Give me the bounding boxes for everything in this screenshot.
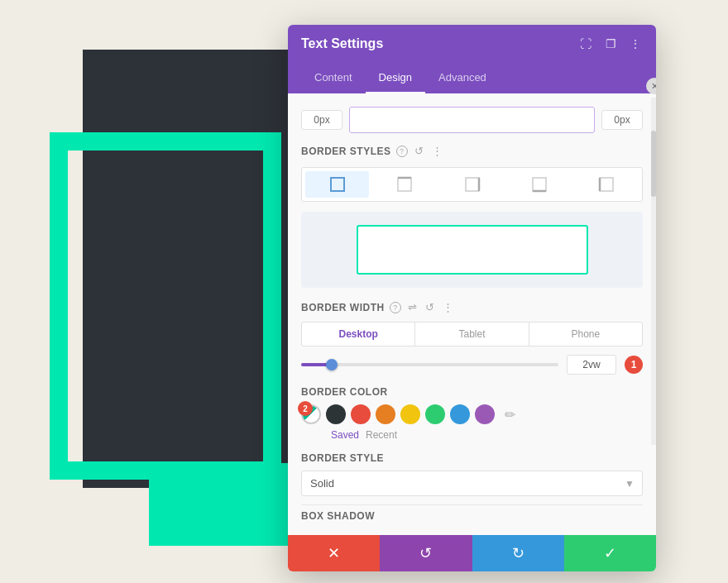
border-top-btn[interactable] bbox=[372, 171, 436, 198]
tab-content[interactable]: Content bbox=[301, 63, 366, 93]
color-swatch-green[interactable] bbox=[425, 404, 445, 424]
svg-rect-7 bbox=[600, 178, 613, 191]
duplicate-icon[interactable]: ❐ bbox=[603, 36, 618, 51]
scroll-thumb[interactable] bbox=[651, 131, 656, 197]
color-swatch-orange[interactable] bbox=[376, 404, 395, 424]
save-icon: ✓ bbox=[604, 544, 616, 562]
preview-box bbox=[357, 225, 588, 275]
border-style-select[interactable]: Solid Dashed Dotted Double bbox=[301, 471, 643, 496]
color-swatch-black[interactable] bbox=[326, 404, 346, 424]
modal-content: 0px 0px Border Styles ? ↺ ⋮ bbox=[288, 93, 656, 535]
svg-rect-3 bbox=[466, 178, 479, 191]
color-swatches-row: 2 ✏ bbox=[301, 404, 643, 424]
cancel-button[interactable]: ✕ bbox=[288, 535, 380, 571]
header-icons: ⛶ ❐ ⋮ bbox=[578, 36, 643, 51]
color-swatch-blue[interactable] bbox=[450, 404, 470, 424]
undo-icon: ↺ bbox=[419, 544, 432, 562]
undo-button[interactable]: ↺ bbox=[380, 535, 472, 571]
border-bottom-btn[interactable] bbox=[507, 171, 571, 198]
border-width-slider-row: 2vw 1 bbox=[301, 355, 643, 375]
border-styles-more-icon[interactable]: ⋮ bbox=[430, 143, 444, 159]
redo-icon: ↻ bbox=[512, 544, 524, 562]
border-styles-reset-icon[interactable]: ↺ bbox=[413, 143, 425, 159]
modal-title: Text Settings bbox=[301, 36, 383, 51]
slider-track[interactable] bbox=[301, 363, 558, 366]
border-style-label: Border Style bbox=[301, 452, 384, 464]
cancel-icon: ✕ bbox=[328, 544, 340, 562]
svg-rect-1 bbox=[398, 178, 411, 191]
px-bar bbox=[349, 107, 595, 133]
recent-label[interactable]: Recent bbox=[366, 429, 397, 441]
px-left-input[interactable]: 0px bbox=[301, 110, 342, 130]
border-width-link-icon[interactable]: ⇌ bbox=[406, 299, 419, 315]
device-tab-tablet[interactable]: Tablet bbox=[415, 323, 529, 346]
svg-rect-0 bbox=[331, 178, 344, 191]
color-swatch-red[interactable] bbox=[351, 404, 371, 424]
color-swatch-purple[interactable] bbox=[475, 404, 495, 424]
px-right-input[interactable]: 0px bbox=[601, 110, 643, 130]
svg-rect-5 bbox=[533, 178, 546, 191]
border-width-badge: 1 bbox=[625, 356, 643, 374]
border-width-help-icon[interactable]: ? bbox=[390, 302, 401, 313]
border-styles-help-icon[interactable]: ? bbox=[396, 146, 408, 157]
teal-border-rect bbox=[50, 132, 281, 480]
color-swatch-yellow[interactable] bbox=[400, 404, 420, 424]
tab-design[interactable]: Design bbox=[366, 63, 425, 93]
color-swatch-teal[interactable]: 2 bbox=[301, 404, 321, 424]
border-width-label: Border Width bbox=[301, 302, 385, 313]
scroll-indicator bbox=[651, 98, 656, 445]
saved-recent-row: Saved Recent bbox=[301, 429, 643, 441]
modal-footer: ✕ ↺ ↻ ✓ bbox=[288, 535, 656, 571]
modal-header: Text Settings ⛶ ❐ ⋮ bbox=[288, 25, 656, 63]
device-tab-desktop[interactable]: Desktop bbox=[302, 323, 415, 346]
border-style-label-row: Border Style bbox=[301, 452, 643, 464]
border-left-btn[interactable] bbox=[575, 171, 639, 198]
tab-advanced[interactable]: Advanced bbox=[425, 63, 500, 93]
device-tabs: Desktop Tablet Phone bbox=[301, 322, 643, 346]
border-styles-label: Border Styles bbox=[301, 146, 391, 157]
border-right-btn[interactable] bbox=[440, 171, 504, 198]
settings-modal: Text Settings ⛶ ❐ ⋮ Content Design Advan… bbox=[288, 25, 656, 571]
border-width-reset-icon[interactable]: ↺ bbox=[424, 299, 436, 315]
redo-button[interactable]: ↻ bbox=[472, 535, 564, 571]
border-color-label-row: Border Color bbox=[301, 386, 643, 398]
border-all-btn[interactable] bbox=[305, 171, 369, 198]
border-width-value[interactable]: 2vw bbox=[567, 355, 616, 375]
px-row: 0px 0px bbox=[301, 107, 643, 133]
saved-label[interactable]: Saved bbox=[331, 429, 359, 441]
edit-color-icon[interactable]: ✏ bbox=[500, 404, 520, 424]
box-shadow-label: Box Shadow bbox=[301, 504, 643, 522]
border-width-more-icon[interactable]: ⋮ bbox=[441, 299, 455, 315]
save-button[interactable]: ✓ bbox=[564, 535, 656, 571]
border-color-label: Border Color bbox=[301, 386, 388, 398]
tab-bar: Content Design Advanced bbox=[288, 63, 656, 93]
border-width-label-row: Border Width ? ⇌ ↺ ⋮ bbox=[301, 299, 643, 315]
device-tab-phone[interactable]: Phone bbox=[529, 323, 642, 346]
fullscreen-icon[interactable]: ⛶ bbox=[578, 36, 593, 51]
border-styles-buttons bbox=[301, 167, 643, 202]
border-style-dropdown-wrapper: Solid Dashed Dotted Double ▼ bbox=[301, 471, 643, 496]
more-icon[interactable]: ⋮ bbox=[628, 36, 643, 51]
preview-container bbox=[301, 212, 643, 288]
slider-thumb[interactable] bbox=[326, 359, 338, 370]
border-styles-label-row: Border Styles ? ↺ ⋮ bbox=[301, 143, 643, 159]
